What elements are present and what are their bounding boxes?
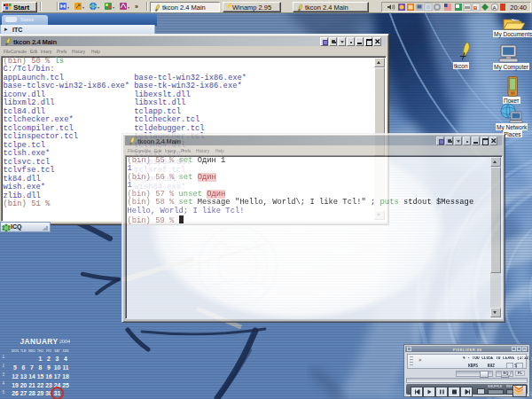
svg-text:▾: ▾ xyxy=(128,5,129,10)
svg-text:▾: ▾ xyxy=(67,5,69,10)
svg-text:A: A xyxy=(493,4,497,10)
svg-text:▾: ▾ xyxy=(82,5,84,10)
svg-text:B: B xyxy=(473,5,478,11)
svg-text:»: » xyxy=(135,4,138,10)
svg-text:▾: ▾ xyxy=(98,5,99,10)
svg-text:▾: ▾ xyxy=(113,5,114,10)
